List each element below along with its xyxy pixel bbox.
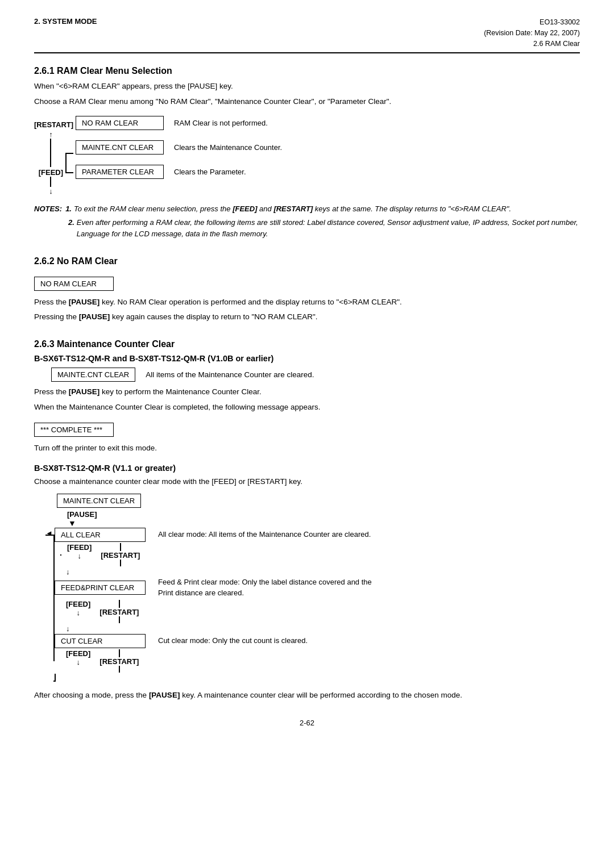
- all-clear-row: ALL CLEAR All clear mode: All items of t…: [55, 528, 580, 542]
- closing-para: After choosing a mode, press the [PAUSE]…: [34, 690, 580, 702]
- all-clear-keys: [FEED] ↓ [RESTART]: [67, 543, 140, 566]
- all-clear-box: ALL CLEAR: [55, 528, 146, 542]
- section-262-para2: Pressing the [PAUSE] key again causes th…: [34, 311, 580, 323]
- section-261-intro2: Choose a RAM Clear menu among "No RAM Cl…: [34, 96, 580, 108]
- restart-key-2: [RESTART]: [99, 608, 139, 616]
- all-clear-keys-row: [FEED] ↓ [RESTART]: [60, 543, 580, 566]
- key-feed-label: [FEED]: [39, 168, 63, 177]
- all-clear-desc: All clear mode: All items of the Mainten…: [158, 529, 371, 540]
- header-divider: [34, 52, 580, 53]
- between-1-2-arrows: ↓: [60, 567, 580, 576]
- feedprint-desc: Feed & Print clear mode: Only the label …: [158, 577, 372, 599]
- feedprint-row: FEED&PRINT CLEAR Feed & Print clear mode…: [55, 577, 580, 599]
- section-261-intro1: When "<6>RAM CLEAR" appears, press the […: [34, 81, 580, 93]
- restart-key-1-col: [RESTART]: [101, 543, 140, 566]
- page-header: 2. SYSTEM MODE EO13-33002 (Revision Date…: [34, 17, 580, 49]
- feedprint-keys-row: [FEED] ↓ [RESTART]: [60, 600, 580, 623]
- sub1-display-box: MAINTE.CNT CLEAR: [51, 368, 135, 382]
- feedprint-box: FEED&PRINT CLEAR: [55, 581, 146, 595]
- header-doc-info: EO13-33002 (Revision Date: May 22, 2007)…: [484, 17, 580, 49]
- sub1-desc: All items of the Maintenance Counter are…: [146, 370, 314, 379]
- section-262-title: 2.6.2 No RAM Clear: [34, 256, 580, 266]
- note-1: NOTES: 1. To exit the RAM clear menu sel…: [34, 203, 580, 215]
- note1-text: To exit the RAM clear menu selection, pr…: [74, 203, 511, 215]
- revision-date: (Revision Date: May 22, 2007): [484, 28, 580, 39]
- restart-key-3: [RESTART]: [99, 657, 139, 666]
- cut-clear-row: CUT CLEAR Cut clear mode: Only the cut c…: [55, 634, 580, 648]
- menu-box-mainte: MAINTE.CNT CLEAR: [76, 140, 164, 155]
- mainte-cnt-top-box: MAINTE.CNT CLEAR: [57, 494, 141, 508]
- menu-desc-param: Clears the Parameter.: [174, 168, 246, 176]
- feed-key-2: [FEED]: [66, 600, 90, 608]
- feed-key-1-col: [FEED] ↓: [67, 543, 92, 566]
- menu-box-no-ram: NO RAM CLEAR: [76, 116, 164, 130]
- sub1-para2: When the Maintenance Counter Clear is co…: [34, 402, 580, 414]
- main-flow: ◄ ALL CLEAR All clear mode: All items of…: [45, 528, 580, 682]
- note2-num: 2.: [68, 217, 74, 240]
- bottom-loop-close: [55, 674, 580, 682]
- section-263-sub2-title: B-SX8T-TS12-QM-R (V1.1 or greater): [34, 464, 580, 473]
- notes-section: NOTES: 1. To exit the RAM clear menu sel…: [34, 203, 580, 240]
- menu-box-param: PARAMETER CLEAR: [76, 165, 164, 179]
- no-ram-clear-display: NO RAM CLEAR: [34, 277, 114, 291]
- between-2-3-arrows: ↓: [60, 624, 580, 633]
- feedprint-keys: [FEED] ↓ [RESTART]: [66, 600, 139, 623]
- section-262: 2.6.2 No RAM Clear NO RAM CLEAR Press th…: [34, 256, 580, 324]
- sub2-intro: Choose a maintenance counter clear mode …: [34, 476, 580, 488]
- menu-row-1: MAINTE.CNT CLEAR Clears the Maintenance …: [76, 140, 282, 155]
- note1-num: 1.: [65, 203, 72, 215]
- left-vline: [53, 535, 55, 661]
- menu-desc-mainte: Clears the Maintenance Counter.: [174, 143, 282, 152]
- section-label: 2.6 RAM Clear: [484, 39, 580, 49]
- restart-key-2-col: [RESTART]: [99, 600, 139, 623]
- menu-items-list: NO RAM CLEAR RAM Clear is not performed.…: [76, 116, 282, 179]
- menu-row-0: NO RAM CLEAR RAM Clear is not performed.: [76, 116, 282, 130]
- sub1-display-row: MAINTE.CNT CLEAR All items of the Mainte…: [51, 368, 580, 382]
- note2-text: Even after performing a RAM clear, the f…: [77, 217, 580, 240]
- section-262-para1: Press the [PAUSE] key. No RAM Clear oper…: [34, 297, 580, 308]
- page-footer: 2-62: [34, 719, 580, 727]
- pause-label: [PAUSE]: [67, 510, 97, 519]
- cut-clear-box: CUT CLEAR: [55, 634, 146, 648]
- cut-clear-keys: [FEED] ↓ [RESTART]: [66, 649, 139, 673]
- section-261: 2.6.1 RAM Clear Menu Selection When "<6>…: [34, 66, 580, 240]
- note-2: 2. Even after performing a RAM clear, th…: [68, 217, 580, 240]
- cut-clear-keys-row: [FEED] ↓ [RESTART]: [60, 649, 580, 673]
- menu-desc-no-ram: RAM Clear is not performed.: [174, 119, 268, 127]
- sub1-para1: Press the [PAUSE] key to perform the Mai…: [34, 386, 580, 398]
- section-263: 2.6.3 Maintenance Counter Clear B-SX6T-T…: [34, 339, 580, 701]
- section-263-title: 2.6.3 Maintenance Counter Clear: [34, 339, 580, 349]
- menu-row-2: PARAMETER CLEAR Clears the Parameter.: [76, 165, 282, 179]
- pause-section: [PAUSE] ▼: [67, 508, 580, 528]
- top-box-container: MAINTE.CNT CLEAR: [57, 494, 580, 508]
- page: 2. SYSTEM MODE EO13-33002 (Revision Date…: [0, 0, 614, 868]
- pause-key-closing: [PAUSE]: [149, 691, 180, 699]
- feed-key-2-col: [FEED] ↓: [66, 600, 90, 623]
- section-261-title: 2.6.1 RAM Clear Menu Selection: [34, 66, 580, 76]
- feed-key-3-col: [FEED] ↓: [66, 649, 90, 673]
- key-restart-label: [RESTART]: [34, 120, 73, 129]
- pause-key-sub1: [PAUSE]: [69, 387, 100, 396]
- pause-key-2: [PAUSE]: [79, 312, 110, 321]
- restart-key-1: [RESTART]: [101, 551, 140, 560]
- complete-display: *** COMPLETE ***: [34, 423, 114, 437]
- menu-diagram: [RESTART] ↑ [FEED] ↓: [34, 116, 580, 195]
- flow-diagram-area: MAINTE.CNT CLEAR [PAUSE] ▼ ◄ ALL CLEAR A…: [45, 494, 580, 682]
- section-263-sub1-title: B-SX6T-TS12-QM-R and B-SX8T-TS12-QM-R (V…: [34, 354, 580, 363]
- page-number: 2-62: [300, 719, 314, 727]
- restart-key-3-col: [RESTART]: [99, 649, 139, 673]
- header-section-label: 2. SYSTEM MODE: [34, 17, 97, 26]
- cut-clear-desc: Cut clear mode: Only the cut count is cl…: [158, 636, 308, 646]
- sub1-exit: Turn off the printer to exit this mode.: [34, 443, 580, 454]
- doc-number: EO13-33002: [484, 17, 580, 28]
- feed-key-3: [FEED]: [66, 649, 90, 658]
- feed-key-1: [FEED]: [67, 543, 92, 552]
- bot-vline-end: [53, 681, 55, 682]
- pause-key-1: [PAUSE]: [69, 298, 100, 306]
- left-arrow-left: ◄: [45, 529, 53, 537]
- notes-label: NOTES:: [34, 203, 62, 215]
